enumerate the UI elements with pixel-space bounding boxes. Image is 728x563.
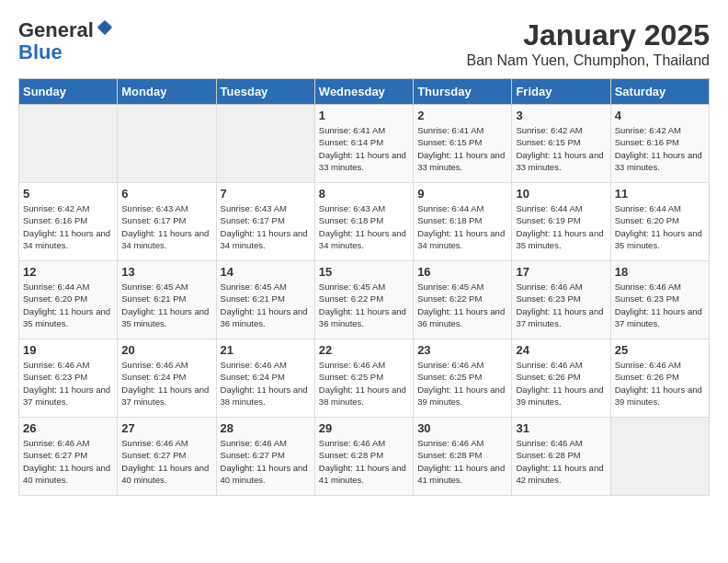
day-number: 4 [615,109,705,122]
day-number: 14 [221,265,311,279]
day-info: Sunrise: 6:45 AM Sunset: 6:22 PM Dayligh… [417,281,507,329]
calendar-cell: 7Sunrise: 6:43 AM Sunset: 6:17 PM Daylig… [216,183,314,261]
day-info: Sunrise: 6:43 AM Sunset: 6:17 PM Dayligh… [121,202,211,251]
day-info: Sunrise: 6:46 AM Sunset: 6:25 PM Dayligh… [319,359,409,408]
day-info: Sunrise: 6:41 AM Sunset: 6:15 PM Dayligh… [417,124,507,173]
calendar-cell: 24Sunrise: 6:46 AM Sunset: 6:26 PM Dayli… [512,339,610,418]
day-number: 12 [23,265,113,279]
page-header: General Blue January 2025 Ban Nam Yuen, … [18,18,710,69]
svg-marker-1 [97,20,112,35]
calendar-cell: 30Sunrise: 6:46 AM Sunset: 6:28 PM Dayli… [414,418,512,496]
day-number: 24 [516,343,606,357]
day-info: Sunrise: 6:46 AM Sunset: 6:25 PM Dayligh… [417,359,507,408]
day-info: Sunrise: 6:41 AM Sunset: 6:14 PM Dayligh… [319,124,409,173]
calendar-cell: 17Sunrise: 6:46 AM Sunset: 6:23 PM Dayli… [512,261,610,339]
calendar-cell: 8Sunrise: 6:43 AM Sunset: 6:18 PM Daylig… [314,183,413,261]
day-number: 2 [417,109,507,122]
title-block: January 2025 Ban Nam Yuen, Chumphon, Tha… [467,18,710,69]
day-number: 10 [516,187,606,201]
day-number: 1 [319,109,409,122]
day-info: Sunrise: 6:46 AM Sunset: 6:28 PM Dayligh… [417,437,507,486]
calendar-cell: 31Sunrise: 6:46 AM Sunset: 6:28 PM Dayli… [512,418,610,496]
weekday-header: Tuesday [216,79,314,105]
day-number: 27 [121,421,211,435]
calendar-cell: 25Sunrise: 6:46 AM Sunset: 6:26 PM Dayli… [610,339,709,418]
day-number: 17 [516,265,606,279]
calendar-cell: 1Sunrise: 6:41 AM Sunset: 6:14 PM Daylig… [314,105,413,183]
calendar-table: SundayMondayTuesdayWednesdayThursdayFrid… [18,78,710,496]
day-number: 23 [417,343,507,357]
day-info: Sunrise: 6:44 AM Sunset: 6:20 PM Dayligh… [615,202,705,251]
day-number: 9 [417,187,507,201]
calendar-cell: 6Sunrise: 6:43 AM Sunset: 6:17 PM Daylig… [118,183,216,261]
day-info: Sunrise: 6:46 AM Sunset: 6:23 PM Dayligh… [23,359,113,408]
logo-blue: Blue [18,40,63,63]
logo-general: General [18,18,94,41]
calendar-cell: 11Sunrise: 6:44 AM Sunset: 6:20 PM Dayli… [610,183,709,261]
day-info: Sunrise: 6:46 AM Sunset: 6:26 PM Dayligh… [516,359,606,408]
calendar-cell: 3Sunrise: 6:42 AM Sunset: 6:15 PM Daylig… [512,105,610,183]
calendar-body: 1Sunrise: 6:41 AM Sunset: 6:14 PM Daylig… [19,105,710,496]
day-info: Sunrise: 6:46 AM Sunset: 6:27 PM Dayligh… [221,437,311,486]
day-info: Sunrise: 6:44 AM Sunset: 6:20 PM Dayligh… [23,281,113,329]
calendar-cell: 29Sunrise: 6:46 AM Sunset: 6:28 PM Dayli… [314,418,413,496]
calendar-week-row: 12Sunrise: 6:44 AM Sunset: 6:20 PM Dayli… [19,261,710,339]
calendar-cell: 20Sunrise: 6:46 AM Sunset: 6:24 PM Dayli… [118,339,216,418]
calendar-cell: 5Sunrise: 6:42 AM Sunset: 6:16 PM Daylig… [19,183,118,261]
weekday-row: SundayMondayTuesdayWednesdayThursdayFrid… [19,79,710,105]
calendar-cell: 15Sunrise: 6:45 AM Sunset: 6:22 PM Dayli… [314,261,413,339]
calendar-cell: 16Sunrise: 6:45 AM Sunset: 6:22 PM Dayli… [414,261,512,339]
day-info: Sunrise: 6:46 AM Sunset: 6:23 PM Dayligh… [516,281,606,329]
day-info: Sunrise: 6:46 AM Sunset: 6:23 PM Dayligh… [615,281,705,329]
logo: General Blue [18,18,114,63]
calendar-cell [216,105,314,183]
calendar-cell: 19Sunrise: 6:46 AM Sunset: 6:23 PM Dayli… [19,339,118,418]
day-info: Sunrise: 6:43 AM Sunset: 6:17 PM Dayligh… [221,202,311,251]
calendar-cell: 13Sunrise: 6:45 AM Sunset: 6:21 PM Dayli… [118,261,216,339]
day-number: 26 [23,421,113,435]
weekday-header: Thursday [414,79,512,105]
calendar-cell: 18Sunrise: 6:46 AM Sunset: 6:23 PM Dayli… [610,261,709,339]
day-info: Sunrise: 6:45 AM Sunset: 6:21 PM Dayligh… [221,281,311,329]
day-number: 5 [23,187,113,201]
day-info: Sunrise: 6:42 AM Sunset: 6:16 PM Dayligh… [23,202,113,251]
day-info: Sunrise: 6:44 AM Sunset: 6:18 PM Dayligh… [417,202,507,251]
calendar-week-row: 1Sunrise: 6:41 AM Sunset: 6:14 PM Daylig… [19,105,710,183]
day-number: 25 [615,343,705,357]
calendar-header: SundayMondayTuesdayWednesdayThursdayFrid… [19,79,710,105]
weekday-header: Friday [512,79,610,105]
day-number: 20 [121,343,211,357]
calendar-cell [19,105,118,183]
weekday-header: Monday [118,79,216,105]
day-info: Sunrise: 6:45 AM Sunset: 6:21 PM Dayligh… [121,281,211,329]
day-info: Sunrise: 6:45 AM Sunset: 6:22 PM Dayligh… [319,281,409,329]
day-number: 19 [23,343,113,357]
day-number: 22 [319,343,409,357]
day-number: 18 [615,265,705,279]
day-number: 6 [121,187,211,201]
calendar-cell: 4Sunrise: 6:42 AM Sunset: 6:16 PM Daylig… [610,105,709,183]
day-number: 11 [615,187,705,201]
calendar-cell: 9Sunrise: 6:44 AM Sunset: 6:18 PM Daylig… [414,183,512,261]
calendar-cell: 21Sunrise: 6:46 AM Sunset: 6:24 PM Dayli… [216,339,314,418]
logo-icon [96,18,114,37]
day-info: Sunrise: 6:44 AM Sunset: 6:19 PM Dayligh… [516,202,606,251]
day-number: 13 [121,265,211,279]
day-number: 8 [319,187,409,201]
day-info: Sunrise: 6:46 AM Sunset: 6:24 PM Dayligh… [221,359,311,408]
calendar-week-row: 26Sunrise: 6:46 AM Sunset: 6:27 PM Dayli… [19,418,710,496]
day-number: 28 [221,421,311,435]
day-number: 16 [417,265,507,279]
day-info: Sunrise: 6:46 AM Sunset: 6:26 PM Dayligh… [615,359,705,408]
weekday-header: Saturday [610,79,709,105]
calendar-cell [610,418,709,496]
day-number: 30 [417,421,507,435]
day-info: Sunrise: 6:46 AM Sunset: 6:27 PM Dayligh… [121,437,211,486]
day-number: 31 [516,421,606,435]
day-info: Sunrise: 6:46 AM Sunset: 6:27 PM Dayligh… [23,437,113,486]
calendar-cell: 2Sunrise: 6:41 AM Sunset: 6:15 PM Daylig… [414,105,512,183]
day-number: 7 [221,187,311,201]
calendar-subtitle: Ban Nam Yuen, Chumphon, Thailand [467,52,710,69]
calendar-cell: 28Sunrise: 6:46 AM Sunset: 6:27 PM Dayli… [216,418,314,496]
day-info: Sunrise: 6:46 AM Sunset: 6:28 PM Dayligh… [319,437,409,486]
